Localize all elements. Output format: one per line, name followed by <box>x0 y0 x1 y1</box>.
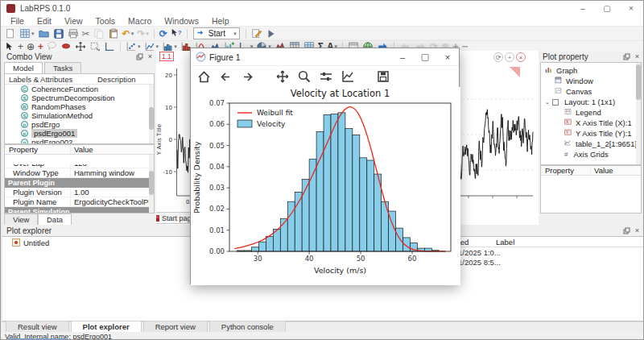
menu-macro[interactable]: Macro <box>122 16 158 26</box>
open-icon[interactable] <box>36 27 52 40</box>
svg-text:Y Axis Title: Y Axis Title <box>156 124 163 155</box>
graph-tree-item-y-axis-title-y-1[interactable]: YY Axis Title (Y):1 <box>541 128 641 139</box>
graph-tree-scrollbar[interactable] <box>636 63 641 165</box>
graph-tree-item-table-1-2-1-9651-[interactable]: table_1_2[1:9651] <box>541 139 641 149</box>
forward-icon[interactable] <box>239 68 255 85</box>
menu-windows[interactable]: Windows <box>158 16 205 26</box>
float-icon[interactable] <box>136 53 143 60</box>
plot-explorer-title: Plot explorer <box>6 226 52 235</box>
svg-text:20: 20 <box>165 73 172 79</box>
tree-item-psdergo[interactable]: ppsdErgo <box>5 120 154 129</box>
graph-tree-panel: GraphWindowCanvas⌄Layout: 1 (1x1)LegendX… <box>540 62 642 165</box>
redo-icon[interactable]: ↷▾ <box>135 27 151 40</box>
titlebar: LabRPS 0.1.0 – ▢ × <box>1 1 643 15</box>
dock-close-icon[interactable]: × <box>635 227 639 234</box>
macro-run-icon[interactable] <box>264 27 279 40</box>
cut-icon[interactable]: ✂ <box>80 27 92 40</box>
figure-minimize-button[interactable]: – <box>391 48 414 65</box>
plot-refresh-icon[interactable]: ⟳ <box>493 52 503 62</box>
float-icon[interactable] <box>623 227 630 234</box>
graph-tree-item-graph[interactable]: Graph <box>541 65 641 76</box>
minimize-button[interactable]: – <box>571 1 595 15</box>
home-icon[interactable] <box>196 68 212 85</box>
subplots-icon[interactable] <box>318 68 334 85</box>
figure-titlebar[interactable]: Figure 1 – ▢ × <box>191 48 459 66</box>
plot-property-title-bar: Plot property × <box>539 51 643 62</box>
explorer-table-row[interactable]: 1/2025 8:5... <box>456 257 643 267</box>
graph-tree-item-axis-grids[interactable]: #Axis Grids <box>541 149 641 160</box>
menu-tools[interactable]: Tools <box>89 16 122 26</box>
property-row-plugin-version[interactable]: Plugin Version1.00 <box>5 188 150 197</box>
toolbar-separator <box>187 29 188 39</box>
figure-canvas[interactable]: Velocity at Location 1 304050600.000.010… <box>191 87 460 285</box>
property-scrollbar[interactable] <box>149 155 154 214</box>
object-icon: S <box>21 112 28 119</box>
close-button[interactable]: × <box>619 1 643 15</box>
dock-close-icon[interactable]: × <box>635 53 639 60</box>
maximize-button[interactable]: ▢ <box>595 1 619 15</box>
tab-view[interactable]: View <box>4 214 38 225</box>
menu-file[interactable]: File <box>4 16 31 26</box>
refresh-icon[interactable]: ⟳ <box>158 27 169 40</box>
save-icon[interactable] <box>52 27 66 40</box>
graph-tree-item-window[interactable]: Window <box>541 76 641 86</box>
customize-icon[interactable] <box>340 68 356 85</box>
zoom-icon[interactable] <box>296 68 312 85</box>
mdi-tab-label[interactable]: 1.1 <box>159 52 174 61</box>
copy-icon[interactable] <box>92 27 106 40</box>
figure-maximize-button[interactable]: ▢ <box>414 48 436 65</box>
pan-icon[interactable] <box>275 68 291 85</box>
plot-add-icon[interactable]: + <box>505 52 514 62</box>
toolbar-separator <box>246 29 246 39</box>
tree-header: Labels & Attributes Description <box>5 74 154 85</box>
tree-scrollbar[interactable] <box>149 85 154 144</box>
back-icon[interactable] <box>217 68 233 85</box>
svg-text:60: 60 <box>408 255 417 263</box>
graph-tree-item-layout-1-1x1-[interactable]: ⌄Layout: 1 (1x1) <box>541 97 641 107</box>
tab-result-view[interactable]: Result view <box>6 321 69 332</box>
toolbar-standard: ▾✂↶▾↷▾⟳?Start▾ <box>1 27 643 41</box>
macro-editor-icon[interactable] <box>250 27 264 40</box>
object-icon: p <box>21 130 28 137</box>
print-icon[interactable] <box>66 27 80 40</box>
plot-close-icon[interactable]: × <box>516 52 526 62</box>
graph-tree-item-x-axis-title-x-1[interactable]: XX Axis Title (X):1 <box>541 118 641 128</box>
tab-plot-explorer[interactable]: Plot explorer <box>71 321 142 332</box>
menu-edit[interactable]: Edit <box>31 16 58 26</box>
save-icon[interactable] <box>375 68 391 85</box>
property-section-parent-plugin: Parent Plugin <box>5 178 150 188</box>
property-row-plugin-name[interactable]: Plugin NameErgodicityCheckToolPlugin <box>5 197 150 207</box>
tab-model[interactable]: Model <box>4 62 43 73</box>
tab-tasks[interactable]: Tasks <box>44 62 81 73</box>
tab-python-console[interactable]: Python console <box>209 321 286 332</box>
tree-item-psdergo001[interactable]: ppsdErgo001 <box>5 129 154 138</box>
new-table-icon[interactable]: ▾ <box>18 27 36 40</box>
menu-view[interactable]: View <box>58 16 89 26</box>
svg-text:0.06: 0.06 <box>209 120 225 128</box>
tab-data[interactable]: Data <box>38 214 72 225</box>
property-row-window-type[interactable]: Window TypeHamming window <box>5 168 150 178</box>
tree-item-psdergo002[interactable]: ppsdErgo002 <box>5 138 154 144</box>
undo-icon[interactable]: ↶▾ <box>121 27 136 40</box>
figure-close-button[interactable]: × <box>436 48 459 65</box>
figure-toolbar <box>191 66 459 87</box>
workbench-selector[interactable]: Start▾ <box>193 27 240 39</box>
graph-tree-item-canvas[interactable]: Canvas <box>541 86 641 97</box>
new-document-icon[interactable] <box>3 27 18 40</box>
object-icon: p <box>21 121 28 128</box>
dock-close-icon[interactable]: × <box>148 53 152 60</box>
menubar: FileEditViewToolsMacroWindowsHelp <box>1 15 643 27</box>
graph-tree-item-legend[interactable]: Legend <box>541 107 641 118</box>
tree-item-coherencefunction[interactable]: CCoherenceFunction <box>5 85 154 93</box>
explorer-table-row[interactable]: 1/2025 1:0... <box>456 247 643 257</box>
velocity-chart[interactable]: Velocity at Location 1 304050600.000.010… <box>191 87 460 285</box>
tab-report-view[interactable]: Report view <box>143 321 208 332</box>
menu-help[interactable]: Help <box>205 16 236 26</box>
tree-item-randomphases[interactable]: RRandomPhases <box>5 102 154 111</box>
tree-item-simulationmethod[interactable]: SSimulationMethod <box>5 111 154 120</box>
tree-item-spectrumdecomposition[interactable]: SSpectrumDecomposition <box>5 93 154 102</box>
svg-text:0.03: 0.03 <box>209 184 225 192</box>
whats-this-icon[interactable]: ? <box>169 27 184 40</box>
paste-icon[interactable] <box>106 27 121 40</box>
float-icon[interactable] <box>623 53 630 60</box>
